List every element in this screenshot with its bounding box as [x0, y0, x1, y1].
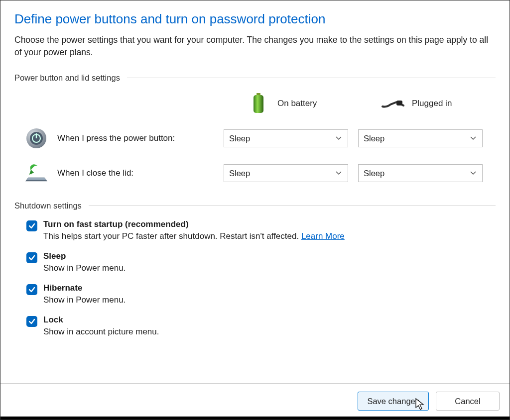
hibernate-sub: Show in Power menu.: [43, 295, 126, 305]
laptop-lid-icon: [24, 161, 48, 185]
shutdown-section-header: Shutdown settings: [14, 201, 496, 210]
power-button-plugged-select[interactable]: Sleep: [358, 129, 483, 147]
save-changes-button[interactable]: Save changes: [358, 392, 429, 411]
sleep-checkbox[interactable]: [26, 252, 37, 263]
close-lid-battery-select[interactable]: Sleep: [224, 164, 348, 182]
close-lid-plugged-select[interactable]: Sleep: [358, 164, 483, 182]
lock-checkbox[interactable]: [26, 316, 37, 327]
svg-rect-0: [256, 93, 260, 95]
power-button-battery-select[interactable]: Sleep: [224, 129, 348, 147]
power-lid-section-title: Power button and lid settings: [14, 73, 120, 83]
column-header-plugged: Plugged in: [358, 92, 493, 115]
page-description: Choose the power settings that you want …: [14, 34, 496, 59]
fast-startup-title: Turn on fast startup (recommended): [43, 219, 345, 229]
svg-rect-2: [396, 101, 402, 105]
dialog-footer: Save changes Cancel: [0, 383, 510, 420]
close-lid-row-label: When I close the lid:: [24, 161, 224, 185]
battery-icon: [247, 92, 270, 115]
learn-more-link[interactable]: Learn More: [301, 231, 345, 241]
shutdown-section-title: Shutdown settings: [14, 201, 82, 210]
page-title: Define power buttons and turn on passwor…: [14, 11, 496, 27]
plug-icon: [381, 92, 405, 115]
lock-title: Lock: [43, 315, 159, 325]
power-button-row-label: When I press the power button:: [24, 126, 224, 150]
bottom-edge: [0, 417, 510, 420]
column-header-battery: On battery: [224, 92, 358, 115]
sleep-title: Sleep: [43, 251, 126, 261]
fast-startup-checkbox[interactable]: [26, 220, 37, 231]
lock-sub: Show in account picture menu.: [43, 327, 159, 337]
svg-rect-1: [254, 95, 263, 113]
power-button-icon: [24, 126, 48, 150]
hibernate-title: Hibernate: [43, 283, 126, 293]
fast-startup-sub: This helps start your PC faster after sh…: [43, 231, 345, 241]
sleep-sub: Show in Power menu.: [43, 263, 126, 273]
power-lid-section-header: Power button and lid settings: [14, 73, 496, 83]
hibernate-checkbox[interactable]: [26, 284, 37, 295]
cancel-button[interactable]: Cancel: [436, 392, 500, 411]
